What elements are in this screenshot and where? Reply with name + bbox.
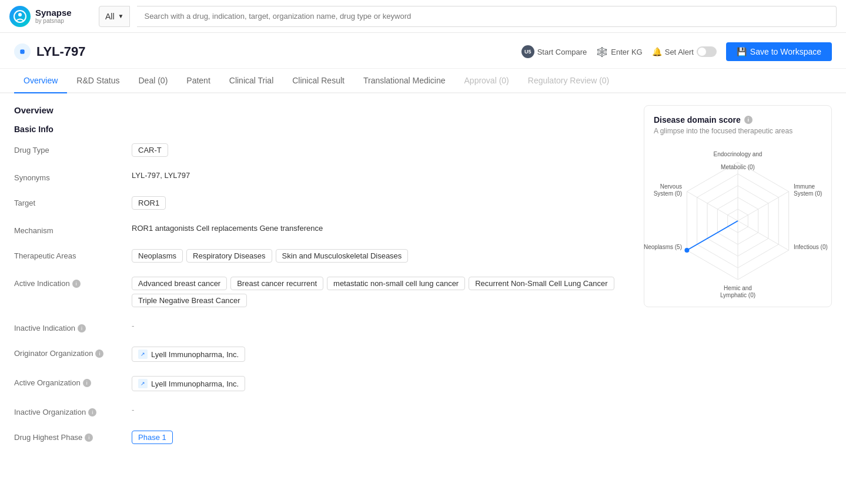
logo-icon <box>9 6 31 27</box>
alert-toggle[interactable] <box>697 46 717 57</box>
compare-button[interactable]: U5 Start Compare <box>521 45 587 58</box>
panel-title-text: Disease domain score <box>654 115 741 125</box>
search-bar[interactable] <box>137 6 837 27</box>
target-tag: ROR1 <box>132 196 166 210</box>
kg-icon: 🕸️ <box>596 46 608 58</box>
drug-type-row: Drug Type CAR-T <box>14 143 630 157</box>
radar-label-neoplasms: Neoplasms (5) <box>644 244 682 250</box>
inactive-indication-label: Inactive Indication i <box>14 321 132 332</box>
radar-neoplasms-dot <box>684 248 689 253</box>
disease-domain-panel: Disease domain score i A glimpse into th… <box>644 105 832 307</box>
indication-breast-recurrent: Breast cancer recurrent <box>230 277 323 290</box>
svg-line-10 <box>738 191 789 221</box>
tab-clinical-trial[interactable]: Clinical Trial <box>220 69 283 93</box>
radar-label-immune: Immune <box>794 183 815 190</box>
inactive-org-row: Inactive Organization i - <box>14 405 630 416</box>
active-org-name: Lyell Immunopharma, Inc. <box>151 379 239 388</box>
save-icon: 💾 <box>737 47 747 56</box>
search-input[interactable] <box>137 6 837 27</box>
inactive-org-info-icon[interactable]: i <box>88 408 96 416</box>
mechanism-row: Mechanism ROR1 antagonists Cell replacem… <box>14 224 630 235</box>
panel-title: Disease domain score i <box>654 115 822 125</box>
bell-icon: 🔔 <box>652 47 662 56</box>
synonyms-value: LYL-797, LYL797 <box>132 171 630 180</box>
active-indication-value: Advanced breast cancer Breast cancer rec… <box>132 277 630 307</box>
indication-tnbc: Triple Negative Breast Cancer <box>132 294 247 307</box>
radar-label-immune2: System (0) <box>794 190 822 197</box>
inactive-org-value: - <box>132 405 630 414</box>
section-title: Overview <box>14 105 630 115</box>
enter-kg-button[interactable]: 🕸️ Enter KG <box>596 46 642 58</box>
compare-icon: U5 <box>521 45 534 58</box>
tab-deal[interactable]: Deal (0) <box>129 69 178 93</box>
radar-label-nervous2: System (0) <box>654 190 682 197</box>
radar-label-hemic2: Lymphatic (0) <box>720 292 755 298</box>
enter-kg-label: Enter KG <box>611 48 642 56</box>
active-org-row: Active Organization i ↗ Lyell Immunophar… <box>14 376 630 391</box>
tab-overview[interactable]: Overview <box>14 69 67 93</box>
originator-org-value: ↗ Lyell Immunopharma, Inc. <box>132 347 630 362</box>
active-org-info-icon[interactable]: i <box>83 379 91 387</box>
drug-icon <box>14 43 31 60</box>
tab-clinical-result[interactable]: Clinical Result <box>283 69 354 93</box>
set-alert-button[interactable]: 🔔 Set Alert <box>652 46 717 57</box>
drug-actions: U5 Start Compare 🕸️ Enter KG 🔔 Set Alert… <box>521 42 832 61</box>
basic-info-title: Basic Info <box>14 125 630 134</box>
inactive-indication-value: - <box>132 321 630 330</box>
panel-info-icon[interactable]: i <box>744 116 753 124</box>
logo-text: Synapse by patsnap <box>35 8 72 25</box>
panel-subtitle: A glimpse into the focused therapeutic a… <box>654 127 822 135</box>
therapeutic-areas-value: Neoplasms Respiratory Diseases Skin and … <box>132 249 630 263</box>
ta-respiratory: Respiratory Diseases <box>186 249 272 263</box>
target-row: Target ROR1 <box>14 196 630 210</box>
active-indication-info-icon[interactable]: i <box>72 280 81 288</box>
active-org-icon: ↗ <box>138 379 148 388</box>
ta-skin: Skin and Musculoskeletal Diseases <box>276 249 409 263</box>
chevron-down-icon: ▼ <box>118 13 124 19</box>
radar-label-nervous: Nervous <box>660 183 682 190</box>
svg-line-11 <box>738 221 789 250</box>
org-icon: ↗ <box>138 350 148 359</box>
tab-rd-status[interactable]: R&D Status <box>67 69 129 93</box>
inactive-org-label: Inactive Organization i <box>14 405 132 416</box>
brand-name: Synapse <box>35 8 72 18</box>
radar-label-infectious: Infectious (0) <box>794 244 828 250</box>
indication-recurrent-nsclc: Recurrent Non-Small Cell Lung Cancer <box>469 277 614 290</box>
inactive-org-dash: - <box>132 405 134 414</box>
therapeutic-areas-row: Therapeutic Areas Neoplasms Respiratory … <box>14 249 630 263</box>
active-org-value: ↗ Lyell Immunopharma, Inc. <box>132 376 630 391</box>
drug-highest-phase-value: Phase 1 <box>132 431 630 444</box>
active-org-tag: ↗ Lyell Immunopharma, Inc. <box>132 376 245 391</box>
target-value: ROR1 <box>132 196 630 210</box>
synonyms-text: LYL-797, LYL797 <box>132 171 190 180</box>
drug-header: LYL-797 U5 Start Compare 🕸️ Enter KG 🔔 S… <box>0 33 846 69</box>
therapeutic-areas-label: Therapeutic Areas <box>14 249 132 260</box>
radar-chart: Endocrinology and Metabolic (0) Immune S… <box>654 145 822 297</box>
radar-data-polygon <box>687 221 738 250</box>
radar-label-endocrinology2: Metabolic (0) <box>721 164 755 170</box>
phase-info-icon[interactable]: i <box>85 434 93 442</box>
svg-point-1 <box>18 13 22 16</box>
inactive-indication-info-icon[interactable]: i <box>78 324 86 332</box>
drug-highest-phase-row: Drug Highest Phase i Phase 1 <box>14 431 630 444</box>
mechanism-text: ROR1 antagonists Cell replacements Gene … <box>132 224 323 233</box>
tab-approval: Approval (0) <box>455 69 519 93</box>
tab-patent[interactable]: Patent <box>177 69 219 93</box>
phase-tag: Phase 1 <box>132 431 173 444</box>
search-category-dropdown[interactable]: All ▼ <box>99 6 130 27</box>
drug-name: LYL-797 <box>36 44 86 59</box>
drug-title-area: LYL-797 <box>14 43 86 60</box>
drug-highest-phase-label: Drug Highest Phase i <box>14 431 132 442</box>
main-content: Overview Basic Info Drug Type CAR-T Syno… <box>14 105 630 458</box>
originator-org-label: Originator Organization i <box>14 347 132 358</box>
brand-sub: by patsnap <box>35 18 72 24</box>
indication-advanced-breast: Advanced breast cancer <box>132 277 227 290</box>
save-to-workspace-button[interactable]: 💾 Save to Workspace <box>726 42 832 61</box>
originator-org-info-icon[interactable]: i <box>95 350 103 358</box>
tab-translational-medicine[interactable]: Translational Medicine <box>354 69 455 93</box>
synonyms-label: Synonyms <box>14 171 132 182</box>
tabs: Overview R&D Status Deal (0) Patent Clin… <box>0 69 846 93</box>
mechanism-value: ROR1 antagonists Cell replacements Gene … <box>132 224 630 233</box>
indication-metastatic-nsclc: metastatic non-small cell lung cancer <box>327 277 465 290</box>
radar-label-hemic: Hemic and <box>724 285 752 291</box>
